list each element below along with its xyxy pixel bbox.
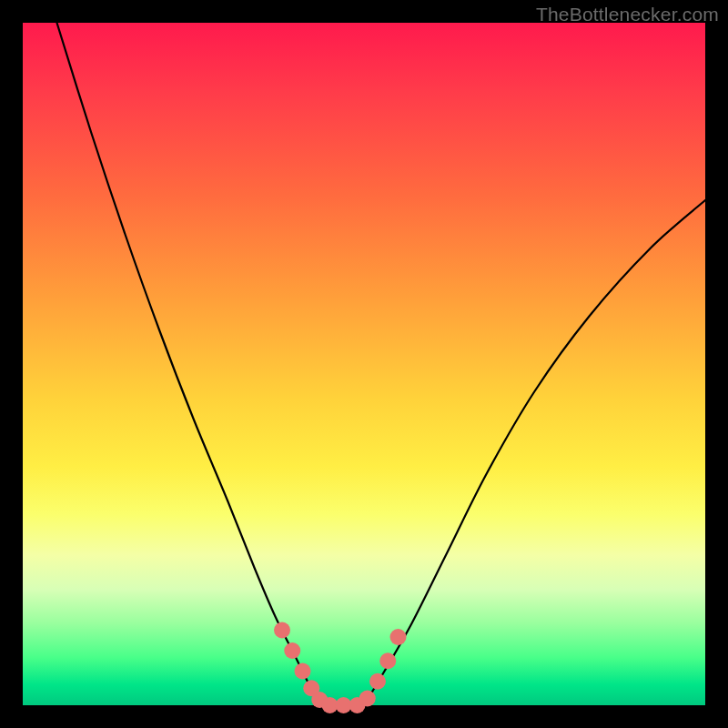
marker-dot <box>390 629 407 645</box>
chart-frame <box>23 23 705 705</box>
marker-dot <box>369 673 386 690</box>
right-curve-path <box>364 200 705 705</box>
watermark-text: TheBottlenecker.com <box>536 4 719 25</box>
marker-dot <box>359 691 376 707</box>
left-curve-path <box>57 23 324 705</box>
marker-dot <box>295 663 311 680</box>
chart-svg <box>23 23 705 705</box>
marker-dot <box>274 622 290 639</box>
marker-dot <box>284 642 300 659</box>
marker-dot <box>379 652 396 669</box>
marker-group <box>274 622 407 714</box>
